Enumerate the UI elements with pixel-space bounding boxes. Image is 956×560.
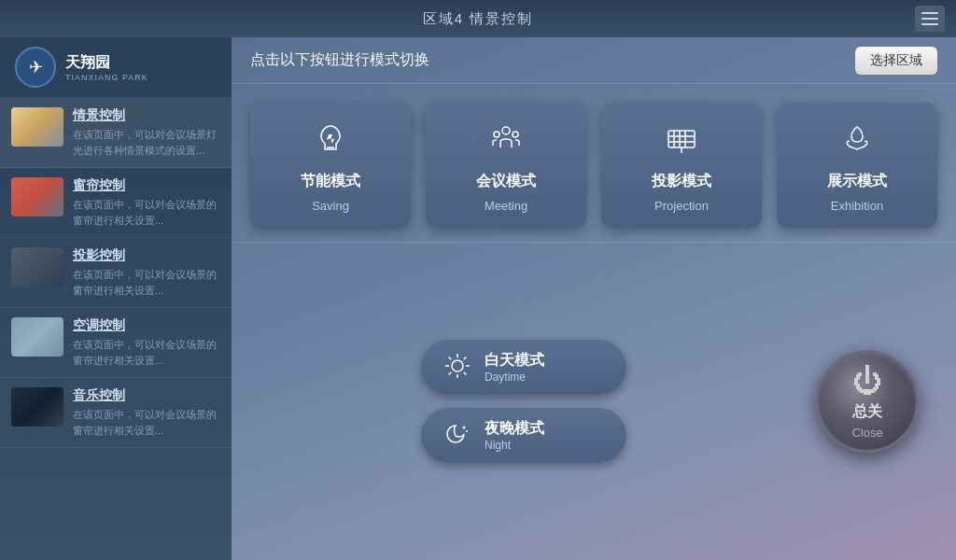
svg-point-11 [452,360,463,371]
logo-icon: ✈ [15,47,56,88]
mode-cn-saving: 节能模式 [301,172,360,191]
top-bar: 区域4 情景控制 [0,0,956,37]
sidebar-text-curtain: 窗帘控制 在该页面中，可以对会议场景的窗帘进行相关设置... [73,177,220,228]
mode-icon-saving [312,121,349,164]
content-instruction: 点击以下按钮进行模式切换 [250,50,429,70]
content-area: 点击以下按钮进行模式切换 选择区域 节能模式 Saving 会议模式 Meeti… [232,37,956,560]
svg-rect-4 [668,131,695,147]
mode-cn-meeting: 会议模式 [476,172,536,191]
sidebar-thumb-scene [11,107,63,147]
time-modes: 白天模式 Daytime 夜晚模式 Night [269,340,779,463]
sidebar-desc-ac: 在该页面中，可以对会议场景的窗帘进行相关设置... [73,337,220,368]
top-bar-title: 区域4 情景控制 [423,10,534,28]
sidebar-desc-music: 在该页面中，可以对会议场景的窗帘进行相关设置... [73,407,220,438]
time-text-daytime: 白天模式 Daytime [485,351,544,384]
menu-button[interactable] [915,6,945,32]
sidebar-item-curtain[interactable]: 窗帘控制 在该页面中，可以对会议场景的窗帘进行相关设置... [0,168,232,238]
logo-text: 天翔园 TIANXIANG PARK [65,53,148,82]
sidebar-desc-projection: 在该页面中，可以对会议场景的窗帘进行相关设置... [73,267,220,298]
sidebar-item-ac[interactable]: 空调控制 在该页面中，可以对会议场景的窗帘进行相关设置... [0,308,232,378]
mode-btn-saving[interactable]: 节能模式 Saving [250,103,411,228]
sidebar-logo: ✈ 天翔园 TIANXIANG PARK [0,37,232,98]
sidebar-text-projection: 投影控制 在该页面中，可以对会议场景的窗帘进行相关设置... [73,247,220,298]
time-cn-daytime: 白天模式 [485,351,544,371]
svg-line-17 [464,371,467,374]
sidebar-thumb-ac [11,317,63,357]
svg-line-18 [464,357,467,359]
power-en: Close [851,426,882,440]
mode-en-saving: Saving [312,199,349,213]
sidebar-item-music[interactable]: 音乐控制 在该页面中，可以对会议场景的窗帘进行相关设置... [0,378,232,448]
svg-point-2 [494,132,499,137]
mode-en-projection: Projection [654,199,709,213]
sidebar-title-scene: 情景控制 [73,107,220,124]
content-header: 点击以下按钮进行模式切换 选择区域 [232,37,956,84]
sidebar-item-scene[interactable]: 情景控制 在该页面中，可以对会议场景灯光进行各种情景模式的设置... [0,98,232,168]
sidebar-title-music: 音乐控制 [73,387,220,404]
svg-point-1 [502,127,510,134]
logo-en: TIANXIANG PARK [65,73,148,82]
sidebar-text-music: 音乐控制 在该页面中，可以对会议场景的窗帘进行相关设置... [73,387,220,438]
svg-point-20 [463,426,466,428]
mode-en-exhibition: Exhibition [831,199,883,213]
sidebar: ✈ 天翔园 TIANXIANG PARK 情景控制 在该页面中，可以对会议场景灯… [0,37,232,560]
sidebar-title-projection: 投影控制 [73,247,220,264]
svg-line-19 [449,371,452,374]
time-icon-night [443,420,471,452]
sidebar-title-ac: 空调控制 [73,317,220,334]
time-icon-daytime [443,352,471,384]
power-area: ⏻ 总关 Close [816,350,919,453]
logo-cn: 天翔园 [65,53,148,73]
sidebar-desc-scene: 在该页面中，可以对会议场景灯光进行各种情景模式的设置... [73,127,220,158]
sidebar-item-projection[interactable]: 投影控制 在该页面中，可以对会议场景的窗帘进行相关设置... [0,238,232,308]
svg-point-3 [513,132,518,137]
svg-line-16 [449,357,452,359]
sidebar-desc-curtain: 在该页面中，可以对会议场景的窗帘进行相关设置... [73,197,220,228]
sidebar-thumb-projection [11,247,63,287]
mode-grid-area: 节能模式 Saving 会议模式 Meeting 投影模式 Projection… [232,84,956,243]
mode-btn-exhibition[interactable]: 展示模式 Exhibition [777,103,937,228]
mode-icon-meeting [487,121,525,164]
mode-grid: 节能模式 Saving 会议模式 Meeting 投影模式 Projection… [250,103,937,228]
mode-btn-meeting[interactable]: 会议模式 Meeting [426,103,586,228]
sidebar-thumb-curtain [11,177,63,217]
mode-cn-projection: 投影模式 [652,172,711,191]
main-layout: ✈ 天翔园 TIANXIANG PARK 情景控制 在该页面中，可以对会议场景灯… [0,37,956,560]
power-cn: 总关 [852,402,882,422]
sidebar-title-curtain: 窗帘控制 [73,177,220,194]
sidebar-items-container: 情景控制 在该页面中，可以对会议场景灯光进行各种情景模式的设置... 窗帘控制 … [0,98,232,448]
time-en-night: Night [485,439,511,452]
power-icon: ⏻ [852,364,882,399]
select-region-button[interactable]: 选择区域 [855,47,937,75]
mode-cn-exhibition: 展示模式 [827,172,887,191]
time-btn-daytime[interactable]: 白天模式 Daytime [421,340,626,395]
time-text-night: 夜晚模式 Night [485,419,544,452]
mode-en-meeting: Meeting [485,199,527,213]
time-en-daytime: Daytime [485,371,526,384]
time-cn-night: 夜晚模式 [485,419,544,439]
mode-icon-projection [663,121,700,164]
sidebar-text-ac: 空调控制 在该页面中，可以对会议场景的窗帘进行相关设置... [73,317,220,368]
mode-btn-projection[interactable]: 投影模式 Projection [601,103,762,228]
mode-icon-exhibition [838,121,876,164]
sidebar-thumb-music [11,387,63,427]
bottom-area: 白天模式 Daytime 夜晚模式 Night ⏻ 总关 Close [232,243,956,560]
time-btn-night[interactable]: 夜晚模式 Night [421,408,626,463]
svg-point-21 [466,430,468,432]
power-button[interactable]: ⏻ 总关 Close [816,350,919,453]
sidebar-text-scene: 情景控制 在该页面中，可以对会议场景灯光进行各种情景模式的设置... [73,107,220,158]
